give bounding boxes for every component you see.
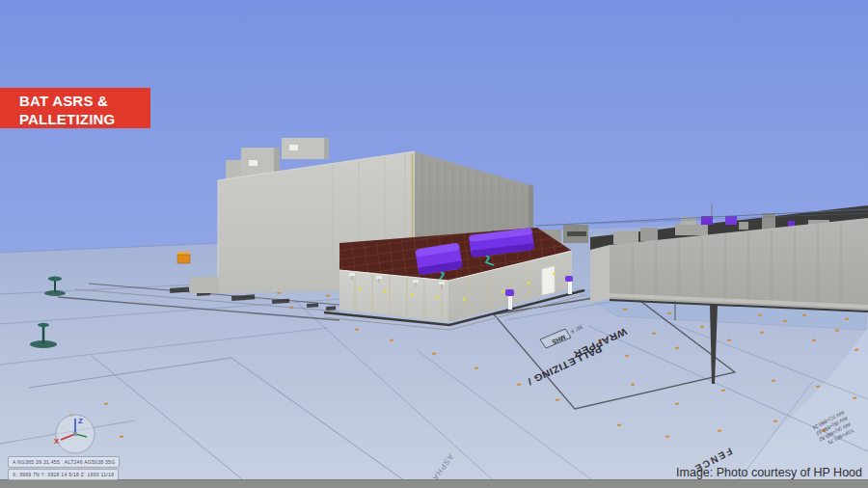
viewport: PALLETIZING / WRAPPER MHS 55° F FENCE TO… — [0, 0, 868, 488]
axis-x-label: X — [54, 437, 60, 446]
axis-z-label: Z — [78, 417, 83, 425]
gizmo-origin — [73, 432, 77, 436]
title-badge: BAT ASRS & PALLETIZING — [0, 88, 150, 128]
bottom-bar — [0, 479, 868, 488]
badge-line1: BAT ASRS & — [19, 92, 150, 110]
asrs-annex — [190, 277, 219, 293]
badge-line2: PALLETIZING — [19, 110, 150, 128]
orientation-gizmo[interactable]: Z X — [52, 411, 98, 457]
model-scene: PALLETIZING / WRAPPER MHS 55° F FENCE TO… — [0, 0, 868, 488]
orange-bin — [177, 252, 190, 263]
coordinate-readout-2: X: 3969 7N Y: 3928 14 5/18 Z: 1693 11/18 — [8, 469, 119, 480]
coordinate-readout-1: A NG365 39.31.455 : ALT246 AG5038 35G — [8, 456, 120, 468]
asrs-penthouse — [282, 138, 329, 159]
photo-credit: Image: Photo courtesy of HP Hood — [676, 466, 862, 479]
wall-door — [542, 266, 555, 295]
utility-end-wall — [590, 245, 610, 303]
